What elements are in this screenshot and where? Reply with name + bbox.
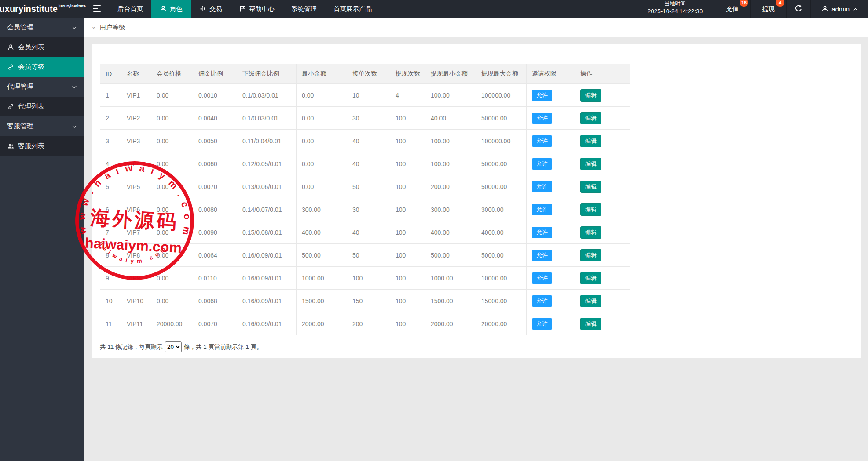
table-cell: 50000.00 xyxy=(476,152,527,175)
invite-permission-cell: 允许 xyxy=(527,267,575,290)
edit-button[interactable]: 编辑 xyxy=(580,89,601,102)
table-row: 3VIP30.000.00500.11/0.04/0.010.004010010… xyxy=(100,130,630,152)
table-cell: 400.00 xyxy=(425,221,476,244)
nav-item[interactable]: 后台首页 xyxy=(109,0,151,18)
table-cell: 100 xyxy=(390,312,425,335)
sidebar-item[interactable]: 会员管理 xyxy=(0,18,84,37)
sidebar-item[interactable]: 会员等级 xyxy=(0,57,84,77)
menu-toggle-icon[interactable] xyxy=(84,0,109,18)
edit-button[interactable]: 编辑 xyxy=(580,158,601,170)
sidebar-item[interactable]: 客服管理 xyxy=(0,116,84,136)
allow-button[interactable]: 允许 xyxy=(532,113,552,124)
table-row: 7VIP70.000.00900.15/0.08/0.01400.0040100… xyxy=(100,221,630,244)
table-cell: 30 xyxy=(347,107,390,130)
table-cell: 0.00 xyxy=(297,175,347,198)
table-cell: 100000.00 xyxy=(476,84,527,107)
sidebar: 会员管理会员列表会员等级代理管理代理列表客服管理客服列表 xyxy=(0,18,84,461)
table-cell: 150 xyxy=(347,290,390,312)
table-row: 1VIP10.000.00100.1/0.03/0.010.00104100.0… xyxy=(100,84,630,107)
allow-button[interactable]: 允许 xyxy=(532,158,552,170)
sidebar-item-label: 代理列表 xyxy=(18,102,44,111)
invite-permission-cell: 允许 xyxy=(527,130,575,152)
table-cell: 0.0070 xyxy=(193,175,237,198)
withdraw-link[interactable]: 提现 4 xyxy=(750,0,786,18)
table-cell: 11 xyxy=(100,312,121,335)
table-cell: 50 xyxy=(347,175,390,198)
pagination-bar: 共 11 條記錄，每頁顯示 20 條，共 1 頁當前顯示第 1 頁。 xyxy=(100,341,853,352)
edit-button[interactable]: 编辑 xyxy=(580,272,601,284)
nav-item[interactable]: 交易 xyxy=(191,0,231,18)
table-header-cell: 下级佣金比例 xyxy=(237,64,297,84)
local-time: 当地时间 2025-10-24 14:22:30 xyxy=(636,0,714,18)
allow-button[interactable]: 允许 xyxy=(532,135,552,147)
content-area: ID名称会员价格佣金比例下级佣金比例最小余额接单次数提现次数提现最小金额提现最大… xyxy=(84,37,868,364)
allow-button[interactable]: 允许 xyxy=(532,318,552,330)
nav-item[interactable]: 首页展示产品 xyxy=(325,0,380,18)
nav-item[interactable]: 角色 xyxy=(151,0,191,18)
table-cell: 2000.00 xyxy=(425,312,476,335)
allow-button[interactable]: 允许 xyxy=(532,250,552,261)
recharge-badge: 16 xyxy=(740,0,748,7)
user-menu[interactable]: admin xyxy=(810,0,868,18)
table-cell: 0.00 xyxy=(151,152,193,175)
table-cell: VIP11 xyxy=(121,312,151,335)
withdraw-label: 提现 xyxy=(762,5,775,13)
edit-button[interactable]: 编辑 xyxy=(580,318,601,330)
pagination-suffix: 條，共 1 頁當前顯示第 1 頁。 xyxy=(184,343,263,351)
table-cell: VIP6 xyxy=(121,198,151,221)
table-cell: 5 xyxy=(100,175,121,198)
table-cell: 30 xyxy=(347,198,390,221)
table-header-cell: 提现次数 xyxy=(390,64,425,84)
allow-button[interactable]: 允许 xyxy=(532,272,552,284)
table-cell: 100 xyxy=(390,267,425,290)
table-cell: 100 xyxy=(390,107,425,130)
action-cell: 编辑 xyxy=(575,267,630,290)
sidebar-item[interactable]: 代理管理 xyxy=(0,77,84,97)
edit-button[interactable]: 编辑 xyxy=(580,181,601,193)
sidebar-item[interactable]: 代理列表 xyxy=(0,97,84,116)
recharge-link[interactable]: 充值 16 xyxy=(714,0,750,18)
page-title: 用户等级 xyxy=(99,23,125,32)
table-cell: VIP10 xyxy=(121,290,151,312)
table-cell: 300.00 xyxy=(425,198,476,221)
table-card: ID名称会员价格佣金比例下级佣金比例最小余额接单次数提现次数提现最小金额提现最大… xyxy=(92,44,861,358)
invite-permission-cell: 允许 xyxy=(527,244,575,267)
action-cell: 编辑 xyxy=(575,84,630,107)
edit-button[interactable]: 编辑 xyxy=(580,226,601,239)
allow-button[interactable]: 允许 xyxy=(532,181,552,192)
allow-button[interactable]: 允许 xyxy=(532,295,552,307)
person-icon xyxy=(160,5,167,12)
nav-item[interactable]: 系统管理 xyxy=(283,0,325,18)
sidebar-item[interactable]: 客服列表 xyxy=(0,136,84,156)
per-page-select[interactable]: 20 xyxy=(165,341,182,352)
user-icon xyxy=(821,5,828,12)
allow-button[interactable]: 允许 xyxy=(532,204,552,215)
table-cell: 0.00 xyxy=(151,130,193,152)
table-cell: 20000.00 xyxy=(476,312,527,335)
edit-button[interactable]: 编辑 xyxy=(580,112,601,124)
action-cell: 编辑 xyxy=(575,152,630,175)
edit-button[interactable]: 编辑 xyxy=(580,203,601,216)
invite-permission-cell: 允许 xyxy=(527,312,575,335)
edit-button[interactable]: 编辑 xyxy=(580,249,601,261)
table-cell: 0.0050 xyxy=(193,130,237,152)
app-logo-text: luxuryinstitute xyxy=(0,4,58,14)
allow-button[interactable]: 允许 xyxy=(532,90,552,101)
nav-item-label: 交易 xyxy=(209,5,222,13)
allow-button[interactable]: 允许 xyxy=(532,227,552,238)
table-row: 5VIP50.000.00700.13/0.06/0.010.005010020… xyxy=(100,175,630,198)
edit-button[interactable]: 编辑 xyxy=(580,135,601,147)
invite-permission-cell: 允许 xyxy=(527,84,575,107)
table-row: 6VIP60.000.00800.14/0.07/0.01300.0030100… xyxy=(100,198,630,221)
table-cell: 100.00 xyxy=(425,130,476,152)
table-cell: 100 xyxy=(390,198,425,221)
table-cell: 100.00 xyxy=(425,152,476,175)
table-cell: 0.1/0.03/0.01 xyxy=(237,107,297,130)
table-cell: 0.00 xyxy=(297,84,347,107)
sidebar-item[interactable]: 会员列表 xyxy=(0,37,84,57)
refresh-button[interactable] xyxy=(786,0,810,18)
edit-button[interactable]: 编辑 xyxy=(580,295,601,307)
table-row: 11VIP1120000.000.00700.16/0.09/0.012000.… xyxy=(100,312,630,335)
table-cell: 100 xyxy=(390,175,425,198)
nav-item[interactable]: 帮助中心 xyxy=(231,0,283,18)
